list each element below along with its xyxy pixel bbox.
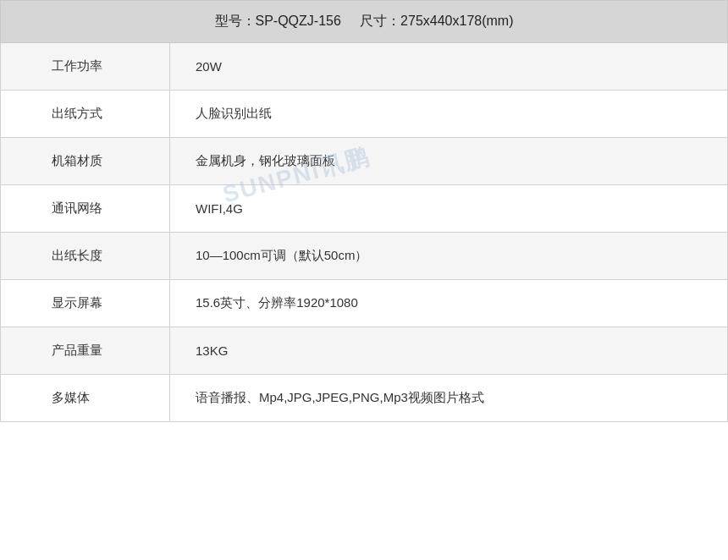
table-row: 通讯网络SUNPNi讯鹏WIFI,4G <box>1 185 728 233</box>
header-cell: 型号：SP-QQZJ-156 尺寸：275x440x178(mm) <box>1 1 728 43</box>
table-row: 出纸长度10—100cm可调（默认50cm） <box>1 233 728 280</box>
table-row: 产品重量13KG <box>1 327 728 375</box>
spec-value-text: 20W <box>196 59 222 74</box>
spec-value: 人脸识别出纸 <box>170 91 728 138</box>
spec-value-text: 人脸识别出纸 <box>196 106 272 120</box>
model-label: 型号： <box>215 14 256 28</box>
header-row: 型号：SP-QQZJ-156 尺寸：275x440x178(mm) <box>1 1 728 43</box>
spec-body: 工作功率20W出纸方式人脸识别出纸机箱材质金属机身，钢化玻璃面板通讯网络SUNP… <box>1 43 728 422</box>
spec-value: 语音播报、Mp4,JPG,JPEG,PNG,Mp3视频图片格式 <box>170 375 728 422</box>
spec-value-text: 10—100cm可调（默认50cm） <box>196 248 367 262</box>
spec-value: 10—100cm可调（默认50cm） <box>170 233 728 280</box>
table-row: 多媒体语音播报、Mp4,JPG,JPEG,PNG,Mp3视频图片格式 <box>1 375 728 422</box>
spec-label: 工作功率 <box>1 43 170 91</box>
spec-value-text: WIFI,4G <box>196 201 243 216</box>
table-row: 工作功率20W <box>1 43 728 91</box>
table-row: 出纸方式人脸识别出纸 <box>1 91 728 138</box>
spec-label: 通讯网络 <box>1 185 170 233</box>
size-value: 275x440x178(mm) <box>400 14 513 28</box>
spec-value: 13KG <box>170 327 728 375</box>
table-row: 机箱材质金属机身，钢化玻璃面板 <box>1 138 728 185</box>
spec-label: 出纸长度 <box>1 233 170 280</box>
spec-value: 20W <box>170 43 728 91</box>
spec-label: 出纸方式 <box>1 91 170 138</box>
spec-value: 15.6英寸、分辨率1920*1080 <box>170 280 728 327</box>
spec-label: 多媒体 <box>1 375 170 422</box>
spec-value: 金属机身，钢化玻璃面板 <box>170 138 728 185</box>
spec-value-text: 金属机身，钢化玻璃面板 <box>196 153 335 167</box>
size-label: 尺寸： <box>360 14 400 28</box>
spec-value-text: 语音播报、Mp4,JPG,JPEG,PNG,Mp3视频图片格式 <box>196 390 484 404</box>
spec-label: 机箱材质 <box>1 138 170 185</box>
spec-value-text: 15.6英寸、分辨率1920*1080 <box>196 295 358 310</box>
spec-label: 产品重量 <box>1 327 170 375</box>
model-value: SP-QQZJ-156 <box>256 14 341 28</box>
spec-value-text: 13KG <box>196 343 228 358</box>
table-row: 显示屏幕15.6英寸、分辨率1920*1080 <box>1 280 728 327</box>
spec-value: SUNPNi讯鹏WIFI,4G <box>170 185 728 233</box>
spec-table: 型号：SP-QQZJ-156 尺寸：275x440x178(mm) 工作功率20… <box>0 0 728 422</box>
spec-label: 显示屏幕 <box>1 280 170 327</box>
